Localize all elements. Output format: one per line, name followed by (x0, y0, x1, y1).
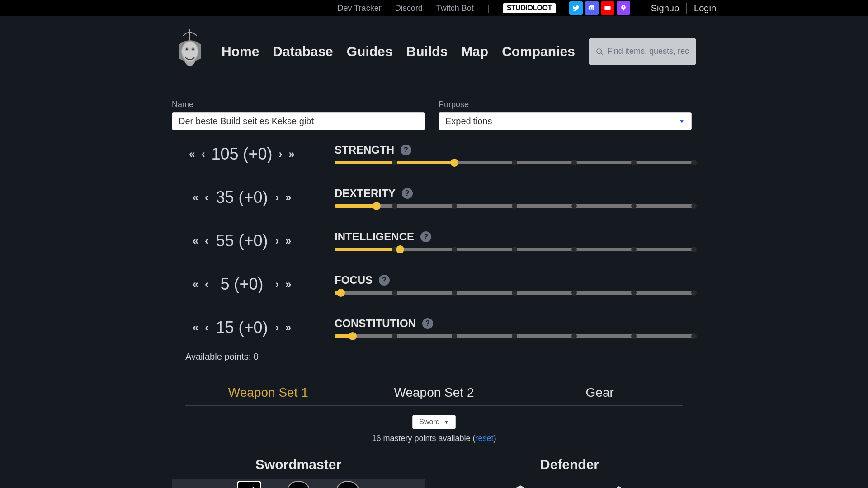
slider-tick (631, 290, 637, 296)
decrease-button[interactable]: ‹ (201, 148, 205, 160)
attr-name: INTELLIGENCE (335, 230, 414, 243)
svg-line-4 (601, 53, 602, 54)
skill-icon[interactable] (607, 481, 631, 488)
skill-icon[interactable] (335, 481, 360, 488)
slider-tick (512, 290, 517, 296)
slider-tick (691, 247, 697, 252)
fast-decrease-button[interactable]: « (193, 235, 198, 247)
help-icon[interactable]: ? (422, 318, 433, 329)
nav-home[interactable]: Home (222, 44, 259, 59)
fast-increase-button[interactable]: » (289, 148, 295, 160)
skill-row (443, 479, 696, 488)
slider-thumb[interactable] (349, 332, 357, 340)
tree-title-left: Swordmaster (172, 457, 425, 472)
decrease-button[interactable]: ‹ (205, 321, 208, 334)
name-input[interactable] (172, 112, 425, 130)
decrease-button[interactable]: ‹ (205, 278, 208, 291)
tab-gear[interactable]: Gear (517, 380, 683, 405)
nav-map[interactable]: Map (461, 44, 488, 59)
fast-decrease-button[interactable]: « (193, 191, 198, 204)
attr-row-strength: «‹105 (+0)›»STRENGTH? (172, 144, 696, 164)
attr-value: 35 (+0) (215, 188, 269, 207)
fast-increase-button[interactable]: » (285, 235, 291, 247)
weapon-select[interactable]: Sword ▼ (412, 415, 455, 429)
fast-increase-button[interactable]: » (285, 278, 291, 291)
link-dev-tracker[interactable]: Dev Tracker (338, 4, 382, 13)
help-icon[interactable]: ? (379, 275, 390, 286)
attr-slider[interactable] (335, 161, 694, 164)
attr-value: 15 (+0) (215, 318, 269, 337)
attr-slider[interactable] (335, 204, 694, 208)
attr-main: INTELLIGENCE? (335, 230, 696, 251)
brand-logo[interactable]: STUDIOLOOT (503, 3, 556, 13)
fast-decrease-button[interactable]: « (193, 278, 198, 291)
increase-button[interactable]: › (275, 321, 279, 334)
fast-decrease-button[interactable]: « (189, 148, 195, 160)
decrease-button[interactable]: ‹ (205, 235, 208, 247)
fast-increase-button[interactable]: » (285, 321, 291, 334)
slider-tick (452, 247, 457, 252)
attr-slider[interactable] (335, 291, 694, 295)
skill-icon[interactable] (508, 481, 533, 488)
slider-tick (571, 333, 577, 339)
attr-value: 105 (+0) (211, 145, 272, 164)
attr-name: STRENGTH (335, 144, 394, 156)
nav-builds[interactable]: Builds (406, 44, 448, 59)
attr-slider[interactable] (335, 248, 694, 251)
youtube-icon[interactable] (601, 1, 614, 15)
skill-icon[interactable] (237, 481, 261, 488)
attr-main: CONSTITUTION? (335, 317, 696, 338)
discord-icon[interactable] (585, 1, 599, 15)
reset-link[interactable]: reset (476, 434, 494, 443)
slider-tick (452, 333, 457, 339)
slider-tick (392, 333, 397, 339)
attr-main: STRENGTH? (335, 144, 696, 164)
purpose-select[interactable]: Expeditions ▼ (439, 112, 692, 130)
svg-point-3 (597, 49, 602, 54)
slider-tick (631, 247, 637, 252)
available-points: Available points: 0 (185, 352, 696, 362)
tab-weapon-set-2[interactable]: Weapon Set 2 (351, 380, 517, 405)
nav-database[interactable]: Database (273, 44, 333, 59)
nav-guides[interactable]: Guides (347, 44, 393, 59)
skill-icon[interactable] (286, 481, 311, 488)
login-link[interactable]: Login (687, 3, 723, 14)
search-input[interactable] (607, 47, 689, 56)
caret-down-icon: ▼ (444, 420, 449, 425)
slider-tick (512, 247, 517, 252)
podcast-icon[interactable] (617, 1, 630, 15)
build-form-row: Name Purpose Expeditions ▼ (172, 100, 696, 130)
link-discord[interactable]: Discord (395, 4, 423, 13)
link-twitch-bot[interactable]: Twitch Bot (436, 4, 474, 13)
slider-thumb[interactable] (396, 245, 404, 253)
slider-thumb[interactable] (337, 289, 345, 297)
attr-slider[interactable] (335, 334, 694, 338)
increase-button[interactable]: › (279, 148, 283, 160)
weapon-section: Sword ▼ 16 mastery points available (res… (172, 406, 696, 488)
twitter-icon[interactable] (569, 1, 583, 15)
slider-thumb[interactable] (373, 202, 381, 210)
signup-link[interactable]: Signup (644, 3, 686, 14)
divider: | (487, 3, 490, 14)
slider-thumb[interactable] (450, 159, 458, 167)
increase-button[interactable]: › (275, 235, 279, 247)
help-icon[interactable]: ? (401, 145, 411, 155)
fast-decrease-button[interactable]: « (193, 321, 198, 334)
stepper: «‹5 (+0)›» (172, 275, 312, 294)
svg-point-2 (192, 48, 194, 51)
stepper: «‹55 (+0)›» (172, 231, 312, 250)
skill-icon[interactable] (557, 481, 582, 488)
increase-button[interactable]: › (275, 191, 279, 204)
fast-increase-button[interactable]: » (285, 191, 291, 204)
increase-button[interactable]: › (275, 278, 279, 291)
build-tabs: Weapon Set 1 Weapon Set 2 Gear (185, 380, 683, 406)
tab-weapon-set-1[interactable]: Weapon Set 1 (185, 380, 351, 405)
slider-tick (452, 290, 457, 296)
slider-tick (691, 333, 697, 339)
help-icon[interactable]: ? (420, 231, 431, 242)
decrease-button[interactable]: ‹ (205, 191, 208, 204)
help-icon[interactable]: ? (402, 188, 413, 199)
nav-companies[interactable]: Companies (502, 44, 575, 59)
site-logo-icon[interactable] (172, 25, 208, 77)
search-box[interactable] (589, 38, 696, 65)
